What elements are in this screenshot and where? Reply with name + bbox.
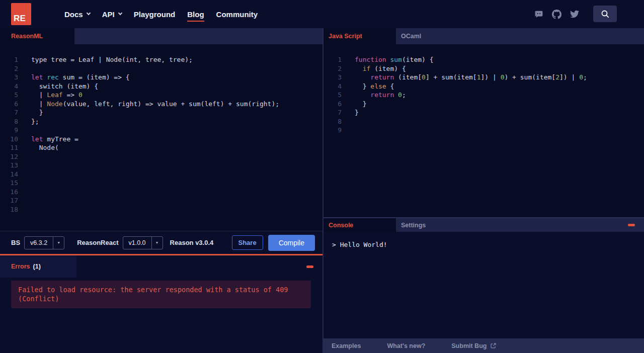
code-line: 8}; (0, 117, 323, 126)
code-line: 3let rec sum = (item) => { (0, 73, 323, 82)
reason-editor[interactable]: 1type tree = Leaf | Node(int, tree, tree… (0, 44, 323, 231)
code-line: 2 if (item) { (324, 64, 644, 73)
bs-version-value: v6.3.2 (25, 237, 53, 249)
dropdown-arrow-icon: ▼ (53, 237, 64, 249)
code-line: 2 (0, 64, 323, 73)
right-tabbar: Java Script OCaml (324, 28, 644, 44)
line-number: 16 (0, 188, 18, 197)
external-link-icon (490, 342, 497, 349)
collapse-errors-icon[interactable] (306, 266, 313, 268)
line-number: 11 (0, 143, 18, 152)
nav-item-label: Docs (64, 10, 83, 19)
line-number: 13 (0, 161, 18, 170)
discord-icon[interactable] (534, 10, 543, 19)
submit-bug-label: Submit Bug (451, 342, 487, 349)
code-line: 4 } else { (324, 82, 644, 91)
compile-button[interactable]: Compile (268, 235, 315, 251)
twitter-icon[interactable] (570, 10, 579, 19)
code-line: 9 (324, 126, 644, 135)
code-line: 8 (324, 117, 644, 126)
nav-links: Docs API Playground Blog Community (64, 7, 258, 22)
left-toolbar: BS v6.3.2 ▼ ReasonReact v1.0.0 ▼ Reason … (0, 231, 323, 254)
line-number: 2 (0, 64, 18, 73)
line-number: 2 (324, 64, 342, 73)
github-icon[interactable] (552, 10, 561, 19)
nav-item-community[interactable]: Community (216, 7, 258, 22)
code-line: 3 return (item[0] + sum(item[1]) | 0) + … (324, 73, 644, 82)
navbar: RE Docs API Playground Blog Community (0, 0, 644, 28)
code-line: 7} (324, 108, 644, 117)
js-output-editor[interactable]: 1function sum(item) {2 if (item) {3 retu… (324, 44, 644, 217)
errors-count: (1) (33, 263, 41, 270)
search-icon (601, 10, 610, 19)
tab-javascript[interactable]: Java Script (324, 28, 396, 44)
line-number: 9 (324, 126, 342, 135)
tab-ocaml[interactable]: OCaml (396, 28, 468, 44)
reasonreact-version-value: v1.0.0 (123, 237, 151, 249)
search-button[interactable] (593, 6, 617, 22)
tab-settings[interactable]: Settings (396, 218, 468, 232)
nav-item-docs[interactable]: Docs (64, 7, 90, 22)
line-number: 1 (0, 55, 18, 64)
bs-label: BS (11, 239, 20, 246)
line-number: 4 (0, 82, 18, 91)
errors-title: Errors (11, 263, 30, 270)
code-line: 16 (0, 188, 323, 197)
reason-logo[interactable]: RE (11, 3, 31, 25)
tab-console[interactable]: Console (324, 218, 396, 232)
console-log-line: > Hello World! (332, 241, 387, 248)
code-line: 11 Node( (0, 143, 323, 152)
collapse-console-icon[interactable] (628, 224, 635, 226)
dropdown-arrow-icon: ▼ (151, 237, 163, 249)
whats-new-link[interactable]: What's new? (387, 342, 425, 349)
code-line: 7 } (0, 108, 323, 117)
social-icons (534, 0, 579, 28)
bs-version-dropdown[interactable]: v6.3.2 ▼ (24, 236, 64, 249)
line-number: 15 (0, 179, 18, 188)
line-number: 3 (0, 73, 18, 82)
line-number: 8 (324, 117, 342, 126)
code-line: 9 (0, 126, 323, 135)
code-line: 5 return 0; (324, 91, 644, 100)
nav-item-label: API (102, 10, 115, 19)
code-line: 12 (0, 152, 323, 161)
line-number: 18 (0, 205, 18, 214)
code-line: 15 (0, 179, 323, 188)
code-line: 10let myTree = (0, 135, 323, 144)
main-split: ReasonML 1type tree = Leaf | Node(int, t… (0, 28, 644, 353)
nav-item-blog[interactable]: Blog (187, 7, 204, 22)
code-line: 1type tree = Leaf | Node(int, tree, tree… (0, 55, 323, 64)
line-number: 17 (0, 196, 18, 205)
line-number: 7 (324, 108, 342, 117)
line-number: 5 (0, 91, 18, 100)
line-number: 9 (0, 126, 18, 135)
error-message: Failed to load resource: the server resp… (11, 281, 311, 308)
line-number: 7 (0, 108, 18, 117)
share-button[interactable]: Share (232, 235, 263, 250)
right-panel: Java Script OCaml 1function sum(item) {2… (323, 28, 644, 353)
right-footer: Examples What's new? Submit Bug (324, 338, 644, 353)
console-output: > Hello World! (324, 232, 644, 338)
chevron-down-icon (86, 11, 90, 15)
console-header: Console Settings (324, 217, 644, 232)
chevron-down-icon (118, 11, 122, 15)
errors-header: Errors (1) (0, 255, 323, 278)
nav-item-label: Playground (134, 10, 176, 19)
reasonreact-label: ReasonReact (77, 239, 118, 246)
line-number: 3 (324, 73, 342, 82)
left-panel: ReasonML 1type tree = Leaf | Node(int, t… (0, 28, 323, 353)
tab-reasonml[interactable]: ReasonML (0, 28, 74, 44)
left-tabbar: ReasonML (0, 28, 323, 44)
submit-bug-link[interactable]: Submit Bug (451, 342, 497, 349)
tab-errors[interactable]: Errors (1) (0, 255, 76, 278)
line-number: 4 (324, 82, 342, 91)
examples-link[interactable]: Examples (332, 342, 361, 349)
nav-item-api[interactable]: API (102, 7, 122, 22)
nav-item-label: Community (216, 10, 258, 19)
nav-item-playground[interactable]: Playground (134, 7, 176, 22)
line-number: 1 (324, 55, 342, 64)
code-line: 5 | Leaf => 0 (0, 91, 323, 100)
reasonml-playground: RE Docs API Playground Blog Community (0, 0, 644, 353)
line-number: 8 (0, 117, 18, 126)
reasonreact-version-dropdown[interactable]: v1.0.0 ▼ (123, 236, 163, 249)
